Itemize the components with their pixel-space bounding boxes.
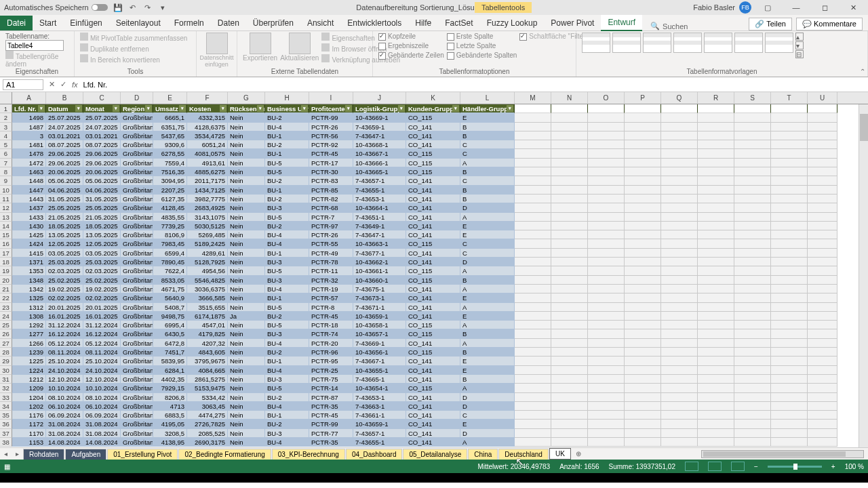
tell-me-search[interactable]: 🔍 Suchen: [650, 22, 688, 30]
table-row[interactable]: 12143725.05.202525.05.2025Großbritanni41…: [0, 203, 868, 212]
formula-input[interactable]: Lfd. Nr.: [81, 80, 868, 89]
table-row[interactable]: 36117231.08.202431.08.2024Großbritanni41…: [0, 420, 868, 428]
table-row[interactable]: 37117031.08.202431.08.2024Großbritanni32…: [0, 429, 868, 438]
table-row[interactable]: 34120206.10.202406.10.2024Großbritanni47…: [0, 402, 868, 411]
name-box[interactable]: [3, 79, 43, 90]
sheet-tab-01[interactable]: 01_Erstellung Pivot: [107, 449, 178, 460]
tab-fuzzylookup[interactable]: Fuzzy Lookup: [480, 16, 545, 30]
tab-datei[interactable]: Datei: [0, 16, 33, 30]
filter-dropdown-icon[interactable]: ▾: [38, 105, 45, 112]
filter-dropdown-icon[interactable]: ▾: [507, 105, 513, 112]
table-row[interactable]: 19135302.03.202502.03.2025Großbritanni76…: [0, 266, 868, 275]
column-headers[interactable]: A B C D E F G H I J K L M N O P Q R S T …: [0, 92, 868, 104]
table-style-6[interactable]: [734, 33, 763, 53]
table-row[interactable]: 22132502.02.202502.02.2025Großbritanni56…: [0, 293, 868, 302]
table-row[interactable]: 23131220.01.202520.01.2025Großbritanni54…: [0, 303, 868, 312]
fx-icon[interactable]: fx: [69, 81, 81, 89]
tab-powerpivot[interactable]: Power Pivot: [544, 16, 601, 30]
tab-entwicklertools[interactable]: Entwicklertools: [340, 16, 408, 30]
table-row[interactable]: 35117606.09.202406.09.2024Großbritanni68…: [0, 411, 868, 420]
col-header[interactable]: Umsatz▾: [153, 104, 187, 113]
table-row[interactable]: 5148108.07.202508.07.2025Großbritanni930…: [0, 140, 868, 149]
table-row[interactable]: 38115314.08.202414.08.2024Großbritanni41…: [0, 438, 868, 447]
table-style-4[interactable]: [673, 33, 702, 53]
opt-last-col[interactable]: Letzte Spalte: [447, 42, 517, 50]
ribbon-display-icon[interactable]: ▢: [755, 0, 780, 15]
sheet-tab-05[interactable]: 05_Detailanalyse: [403, 449, 467, 460]
view-pagebreak-icon[interactable]: [731, 462, 745, 471]
sheet-tab-editing[interactable]: UK: [549, 448, 571, 460]
select-all-corner[interactable]: [0, 92, 12, 104]
table-style-1[interactable]: [582, 33, 610, 53]
summarize-pivot[interactable]: Mit PivotTable zusammenfassen: [80, 33, 191, 42]
sheet-tab-china[interactable]: China: [468, 449, 498, 460]
table-row[interactable]: 16142412.05.202512.05.2025Großbritanni79…: [0, 239, 868, 248]
table-row[interactable]: 10144704.06.202504.06.2025Großbritanni22…: [0, 186, 868, 195]
sheet-nav-prev[interactable]: ◂: [0, 450, 12, 458]
table-style-5[interactable]: [704, 33, 732, 53]
filter-dropdown-icon[interactable]: ▾: [220, 105, 226, 112]
view-pagelayout-icon[interactable]: [708, 462, 722, 471]
sheet-tab-rohdaten[interactable]: Rohdaten: [23, 449, 64, 460]
sheet-nav-next[interactable]: ▸: [12, 450, 23, 458]
vertical-scrollbar[interactable]: [859, 104, 868, 447]
table-row[interactable]: 18137125.03.202525.03.2025Großbritanni78…: [0, 258, 868, 266]
styles-scroll-up[interactable]: ▴: [795, 33, 804, 41]
table-row[interactable]: 3148724.07.202524.07.2025Großbritanni635…: [0, 123, 868, 131]
tab-entwurf[interactable]: Entwurf: [601, 15, 642, 31]
col-header[interactable]: Monat▾: [83, 104, 121, 113]
insert-slicer-button[interactable]: Datenschnitt einfügen: [199, 54, 233, 68]
table-style-7[interactable]: [765, 33, 793, 53]
table-row[interactable]: 31121212.10.202412.10.2024Großbritanni44…: [0, 375, 868, 384]
worksheet-grid[interactable]: 1Lfd. Nr.▾Datum▾Monat▾Region▾Umsatz▾Kost…: [0, 104, 868, 447]
zoom-level[interactable]: 100 %: [845, 463, 864, 470]
table-row[interactable]: 32120910.10.202410.10.2024Großbritanni79…: [0, 384, 868, 392]
opt-first-col[interactable]: Erste Spalte: [447, 33, 517, 41]
tab-seitenlayout[interactable]: Seitenlayout: [109, 16, 167, 30]
tab-ansicht[interactable]: Ansicht: [300, 16, 340, 30]
filter-dropdown-icon[interactable]: ▾: [398, 105, 405, 112]
table-row[interactable]: 25129231.12.202431.12.2024Großbritanni69…: [0, 321, 868, 329]
table-row[interactable]: 21134219.02.202519.02.2025Großbritanni46…: [0, 285, 868, 293]
filter-dropdown-icon[interactable]: ▾: [113, 105, 119, 112]
col-header[interactable]: Kunden-Gruppe▾: [406, 104, 460, 113]
opt-total-row[interactable]: Ergebniszeile: [378, 42, 444, 50]
table-row[interactable]: 14143018.05.202518.05.2025Großbritanni77…: [0, 222, 868, 230]
tab-einfuegen[interactable]: Einfügen: [63, 16, 108, 30]
filter-dropdown-icon[interactable]: ▾: [257, 105, 264, 112]
table-row[interactable]: 29122525.10.202425.10.2024Großbritanni58…: [0, 357, 868, 365]
redo-icon[interactable]: ↷: [143, 3, 153, 12]
table-row[interactable]: 26127716.12.202416.12.2024Großbritanni64…: [0, 329, 868, 338]
sheet-tab-aufgaben[interactable]: Aufgaben: [65, 449, 106, 460]
styles-more[interactable]: ⊟: [795, 50, 804, 58]
table-row[interactable]: 33120408.10.202408.10.2024Großbritanni82…: [0, 393, 868, 402]
table-row[interactable]: 6147829.06.202529.06.2025Großbritanni627…: [0, 149, 868, 158]
qat-dropdown-icon[interactable]: ▾: [158, 3, 167, 12]
filter-dropdown-icon[interactable]: ▾: [452, 105, 459, 112]
table-row[interactable]: 9144805.06.202505.06.2025Großbritanni309…: [0, 176, 868, 185]
share-button[interactable]: 🔗 Teilen: [749, 18, 792, 30]
filter-dropdown-icon[interactable]: ▾: [345, 105, 352, 112]
table-header-row[interactable]: 1Lfd. Nr.▾Datum▾Monat▾Region▾Umsatz▾Kost…: [0, 104, 868, 113]
table-row[interactable]: 28123908.11.202408.11.2024Großbritanni74…: [0, 348, 868, 357]
sheet-tab-02[interactable]: 02_Bedingte Formatierung: [178, 449, 271, 460]
remove-duplicates[interactable]: Duplikate entfernen: [80, 43, 191, 53]
tab-daten[interactable]: Daten: [211, 16, 246, 30]
view-normal-icon[interactable]: [685, 462, 698, 471]
col-header[interactable]: Kosten▾: [187, 104, 228, 113]
table-row[interactable]: 24130816.01.202516.01.2025Großbritanni94…: [0, 312, 868, 321]
table-row[interactable]: 27126605.12.202405.12.2024Großbritanni64…: [0, 339, 868, 348]
filter-dropdown-icon[interactable]: ▾: [301, 105, 308, 112]
convert-range[interactable]: In Bereich konvertieren: [80, 54, 191, 64]
comments-button[interactable]: 💬 Kommentare: [796, 18, 863, 30]
autosave-toggle[interactable]: Automatisches Speichern: [4, 3, 108, 12]
maximize-icon[interactable]: ◻: [812, 0, 837, 15]
opt-banded-rows[interactable]: Gebänderte Zeilen: [378, 52, 444, 60]
tab-hilfe[interactable]: Hilfe: [408, 16, 438, 30]
table-row[interactable]: 20134825.02.202525.02.2025Großbritanni85…: [0, 276, 868, 285]
zoom-out-icon[interactable]: −: [754, 463, 758, 470]
sheet-tab-03[interactable]: 03_KPI-Berechnung: [272, 449, 345, 460]
col-header[interactable]: Profitcenter▾: [309, 104, 353, 113]
minimize-icon[interactable]: ―: [784, 0, 808, 15]
col-header[interactable]: Datum▾: [46, 104, 83, 113]
